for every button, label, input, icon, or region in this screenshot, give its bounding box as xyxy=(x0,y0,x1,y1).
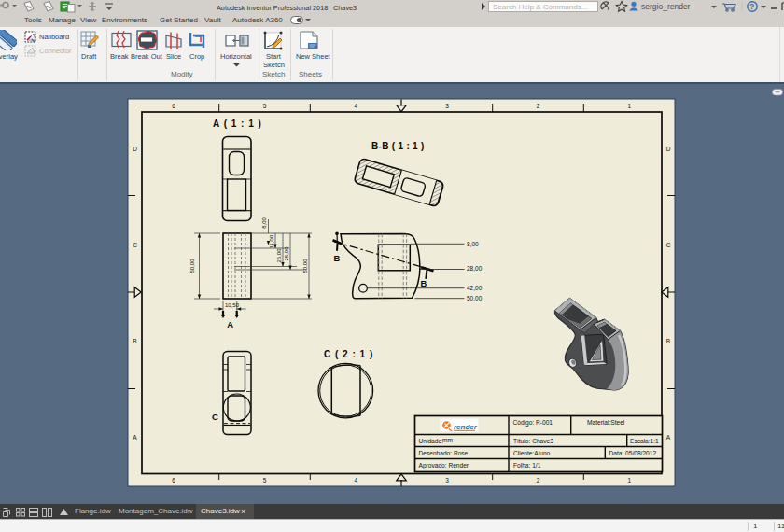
svg-text:B: B xyxy=(334,253,341,263)
svg-text:11,00: 11,00 xyxy=(269,234,274,248)
svg-text:28,00: 28,00 xyxy=(467,265,483,272)
svg-text:5: 5 xyxy=(263,477,267,483)
svg-text:Título: Chave3: Título: Chave3 xyxy=(513,438,553,444)
svg-text:4: 4 xyxy=(354,103,357,109)
svg-text:render: render xyxy=(454,423,478,431)
svg-text:3: 3 xyxy=(445,103,449,109)
svg-text:Folha: 1/1: Folha: 1/1 xyxy=(513,462,541,469)
svg-text:A ( 1 : 1 ): A ( 1 : 1 ) xyxy=(213,119,262,129)
svg-text:Escala:1:1: Escala:1:1 xyxy=(630,438,659,444)
svg-text:2: 2 xyxy=(537,103,540,109)
svg-text:42,00: 42,00 xyxy=(467,285,483,291)
svg-text:10,50: 10,50 xyxy=(225,302,240,308)
svg-text:2: 2 xyxy=(537,477,540,483)
svg-text:1: 1 xyxy=(627,477,631,483)
svg-text:Material:Steel: Material:Steel xyxy=(587,419,625,426)
svg-text:D: D xyxy=(133,146,137,152)
svg-text:C ( 2 : 1 ): C ( 2 : 1 ) xyxy=(324,349,373,359)
svg-text:B: B xyxy=(666,338,670,344)
svg-text:Data: 05/08/2012: Data: 05/08/2012 xyxy=(609,450,657,456)
svg-text:50,00: 50,00 xyxy=(302,259,308,273)
svg-text:5: 5 xyxy=(263,103,267,109)
svg-text:A: A xyxy=(227,319,233,329)
svg-text:50,00: 50,00 xyxy=(467,295,483,301)
svg-text:6: 6 xyxy=(172,477,175,483)
svg-text:B: B xyxy=(421,278,427,288)
svg-text:B: B xyxy=(133,338,136,344)
svg-text:6: 6 xyxy=(172,103,175,109)
svg-text:50,00: 50,00 xyxy=(189,259,195,273)
svg-text:sergio_render: sergio_render xyxy=(641,2,691,11)
svg-text:Desenhado: Rose: Desenhado: Rose xyxy=(419,450,469,456)
svg-text:?: ? xyxy=(749,2,754,11)
svg-text:D: D xyxy=(666,146,671,152)
svg-text:28,00: 28,00 xyxy=(284,246,289,261)
svg-text:3: 3 xyxy=(445,477,449,483)
svg-text:Cliente:Aluno: Cliente:Aluno xyxy=(513,450,551,456)
svg-text:B-B ( 1 : 1 ): B-B ( 1 : 1 ) xyxy=(371,141,425,151)
svg-text:Código: R-001: Código: R-001 xyxy=(513,419,553,427)
svg-text:C: C xyxy=(133,242,137,248)
svg-text:Search Help & Commands...: Search Help & Commands... xyxy=(493,3,587,11)
svg-text:1: 1 xyxy=(627,103,631,109)
svg-text:A: A xyxy=(133,434,137,441)
svg-text:8,00: 8,00 xyxy=(467,241,479,247)
svg-text:Unidade:: Unidade: xyxy=(419,438,444,444)
svg-text:8,00: 8,00 xyxy=(261,217,267,229)
svg-text:A: A xyxy=(666,434,671,441)
svg-text:4: 4 xyxy=(354,477,357,483)
svg-text:Aprovado: Render: Aprovado: Render xyxy=(419,462,469,469)
svg-text:C: C xyxy=(666,242,671,248)
svg-text:25,00: 25,00 xyxy=(276,248,282,263)
svg-text:C: C xyxy=(212,412,218,422)
svg-text:mm: mm xyxy=(442,437,453,443)
